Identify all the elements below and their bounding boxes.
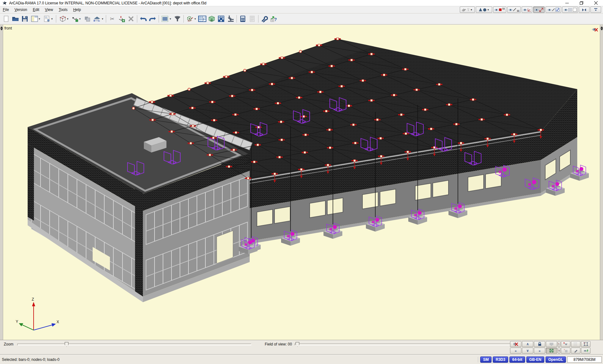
building-generator-dropdown[interactable]: ▼ [92,14,105,24]
section-columns-dropdown[interactable]: ▼ [160,14,173,24]
badge-sm[interactable]: SM [480,356,492,363]
load-node[interactable] [281,57,283,59]
hall-window[interactable] [486,172,501,189]
interrupt-button[interactable] [510,341,521,347]
badge-r3d3[interactable]: R3D3 [493,356,508,363]
load-node[interactable] [151,101,153,103]
show-mesh-toggle[interactable] [562,7,578,13]
load-node[interactable] [327,164,329,166]
report-layout-dropdown[interactable]: ▼ [42,14,55,24]
grid-toggle-button[interactable] [571,341,580,347]
show-node-numbers-button[interactable]: 11 [493,7,506,13]
zoom-window-button[interactable] [558,341,560,347]
cut-icon[interactable]: ✂ [107,14,117,24]
load-node[interactable] [256,108,258,110]
hall-window[interactable] [380,189,396,206]
load-node[interactable] [319,91,322,93]
load-node[interactable] [376,119,378,121]
render-mode-dropdown[interactable]: ▼ [460,7,475,13]
load-node[interactable] [460,142,462,144]
load-node[interactable] [280,121,282,123]
load-node[interactable] [340,85,343,87]
load-node[interactable] [228,165,230,168]
hall-window[interactable] [274,206,290,223]
load-node[interactable] [171,113,174,115]
load-node[interactable] [370,53,372,55]
view-3d-icon[interactable]: 3D [207,14,216,24]
3d-frame-dropdown[interactable]: ▼ [57,14,70,24]
load-node[interactable] [405,132,407,135]
lock-view-button[interactable] [534,341,545,347]
load-node[interactable] [235,131,237,134]
load-node[interactable] [151,119,154,121]
hall-window[interactable] [310,201,325,218]
left-splitter[interactable] [0,25,3,340]
close-view-icon[interactable] [592,27,598,33]
load-node[interactable] [407,151,409,153]
menu-help[interactable]: Help [70,7,84,13]
load-node[interactable] [354,142,356,144]
ridge-node[interactable] [299,50,302,53]
load-node[interactable] [271,83,273,85]
load-node[interactable] [279,156,281,158]
load-node[interactable] [209,154,211,156]
splitter-arrows[interactable] [0,26,3,30]
badge-64bit[interactable]: 64-bit [509,356,525,363]
load-node[interactable] [383,74,385,76]
show-bar-numbers-button[interactable]: 11 [507,7,521,13]
hall-window[interactable] [362,192,378,209]
hall-window[interactable] [468,174,484,191]
shading-mode-dropdown[interactable]: ▼ [476,7,492,13]
load-node[interactable] [213,119,215,121]
splitter-arrows[interactable] [600,26,603,30]
show-supports-button[interactable] [522,7,532,13]
load-node[interactable] [424,109,426,111]
load-node[interactable] [362,79,364,82]
result-tables-icon[interactable]: I [198,14,207,24]
hall-window[interactable] [433,180,448,197]
right-splitter[interactable] [600,25,603,340]
report-print-icon[interactable] [247,14,257,24]
load-node[interactable] [262,63,264,65]
calculator-icon[interactable] [238,14,247,24]
undo-icon[interactable] [139,14,148,24]
ridge-node[interactable] [188,88,190,91]
load-node[interactable] [234,114,236,116]
load-node[interactable] [486,138,489,140]
load-node[interactable] [331,65,333,67]
show-loads-button[interactable] [533,7,545,13]
restore-icon[interactable] [574,0,589,6]
load-node[interactable] [472,99,474,101]
delete-icon[interactable] [126,14,136,24]
snap-grid-button[interactable] [561,348,570,354]
load-node[interactable] [211,101,213,103]
load-node[interactable] [251,89,253,91]
load-node[interactable] [430,128,432,130]
help-guide-icon[interactable]: ? [269,14,279,24]
zoom-slider[interactable] [17,344,251,345]
pan-left-button[interactable]: « [510,348,521,354]
open-file-icon[interactable] [11,14,20,24]
load-node[interactable] [353,160,356,162]
load-node[interactable] [212,137,215,139]
load-node[interactable] [225,76,227,78]
load-node[interactable] [400,114,402,116]
view-orientation-button[interactable] [581,348,590,354]
menu-file[interactable]: File [0,7,12,13]
load-node[interactable] [291,77,293,79]
zoom-slider-thumb[interactable] [65,342,68,347]
fov-slider[interactable] [295,344,514,345]
pan-down-button[interactable]: ∨ [522,348,533,354]
load-node[interactable] [311,71,313,73]
zoom-extents-button[interactable] [581,341,590,347]
redo-icon[interactable] [148,14,157,24]
filter-icon[interactable] [173,14,182,24]
ridge-node[interactable] [132,107,135,110]
load-node[interactable] [305,134,307,136]
hall-window[interactable] [327,198,343,215]
screen-mode-button[interactable] [546,341,557,347]
load-node[interactable] [348,105,350,107]
save-file-icon[interactable] [20,14,30,24]
load-node[interactable] [253,161,255,163]
edit-pencil-button[interactable] [571,348,580,354]
